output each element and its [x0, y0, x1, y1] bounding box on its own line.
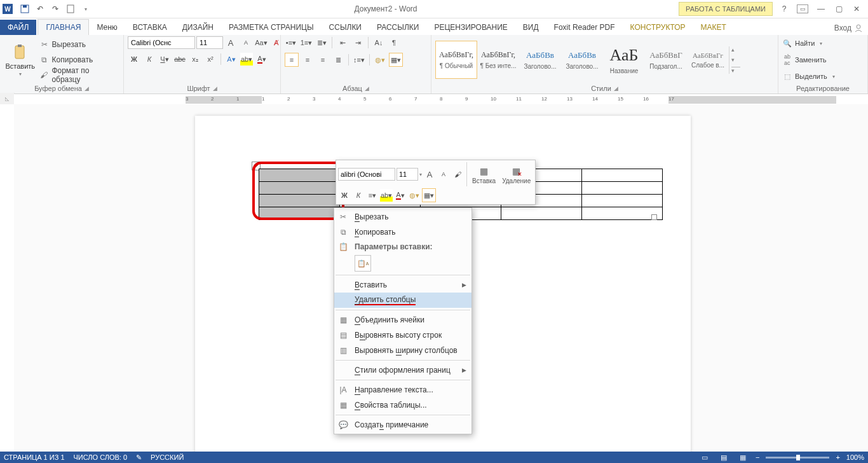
paste-keep-icon[interactable]: 📋A [355, 255, 371, 272]
ribbon-display-icon[interactable]: ▭ [797, 4, 808, 13]
sign-in[interactable]: Вход [829, 21, 868, 35]
redo-icon[interactable]: ↷ [48, 2, 62, 16]
tab-page-layout[interactable]: РАЗМЕТКА СТРАНИЦЫ [221, 20, 322, 35]
ctx-border-styles[interactable]: Стили оформления границ▶ [334, 363, 471, 378]
find-button[interactable]: 🔍Найти▾ [782, 36, 822, 50]
vertical-ruler[interactable] [0, 104, 15, 452]
bold-icon[interactable]: Ж [128, 53, 140, 66]
new-doc-icon[interactable] [64, 2, 78, 16]
mini-highlight-icon[interactable]: ab▾ [380, 189, 393, 202]
zoom-out-icon[interactable]: − [756, 453, 759, 461]
align-right-icon[interactable]: ≡ [316, 53, 329, 66]
tab-review[interactable]: РЕЦЕНЗИРОВАНИЕ [426, 20, 515, 35]
font-dialog-icon[interactable]: ◢ [213, 85, 217, 92]
select-button[interactable]: ⬚Выделить▾ [782, 69, 835, 83]
text-effects-icon[interactable]: A▾ [225, 53, 238, 66]
tab-foxit[interactable]: Foxit Reader PDF [546, 20, 623, 35]
status-page[interactable]: СТРАНИЦА 1 ИЗ 1 [4, 453, 65, 461]
status-proof-icon[interactable]: ✎ [136, 453, 142, 462]
strike-icon[interactable]: abc [173, 53, 186, 66]
align-center-icon[interactable]: ≡ [301, 53, 314, 66]
align-left-icon[interactable]: ≡ [285, 53, 299, 67]
tab-references[interactable]: ССЫЛКИ [322, 20, 369, 35]
highlight-icon[interactable]: ab▾ [240, 53, 253, 66]
replace-button[interactable]: abacЗаменить [782, 53, 826, 67]
ctx-delete-columns[interactable]: Удалить столбцы [334, 293, 471, 308]
show-marks-icon[interactable]: ¶ [388, 36, 400, 49]
mini-italic-icon[interactable]: К [352, 189, 365, 202]
font-name-combo[interactable] [128, 36, 195, 49]
mini-insert-button[interactable]: ▦Вставка [470, 165, 498, 184]
bullets-icon[interactable]: •≡▾ [285, 36, 297, 49]
tab-design[interactable]: ДИЗАЙН [175, 20, 221, 35]
status-words[interactable]: ЧИСЛО СЛОВ: 0 [74, 453, 128, 461]
ctx-cut[interactable]: ✂Вырезать [334, 209, 471, 225]
styles-dialog-icon[interactable]: ◢ [614, 85, 618, 92]
view-print-icon[interactable]: ▤ [717, 453, 730, 462]
underline-icon[interactable]: Ч▾ [158, 53, 171, 66]
undo-icon[interactable]: ↶ [33, 2, 47, 16]
minimize-icon[interactable]: ― [816, 4, 826, 13]
style-item[interactable]: АаБбВвГПодзагол... [645, 41, 687, 79]
view-web-icon[interactable]: ▦ [736, 453, 749, 462]
ctx-table-properties[interactable]: ▦Свойства таблицы... [334, 397, 471, 413]
style-item[interactable]: АаБбВвЗаголово... [561, 41, 603, 79]
tab-table-design[interactable]: КОНСТРУКТОР [623, 20, 693, 35]
ctx-copy[interactable]: ⧉Копировать [334, 225, 471, 240]
mini-delete-button[interactable]: ▦✕Удаление [499, 165, 533, 184]
ctx-text-direction[interactable]: |AНаправление текста... [334, 382, 471, 397]
style-item[interactable]: АаБбВвГг,¶ Без инте... [477, 41, 519, 79]
paragraph-dialog-icon[interactable]: ◢ [365, 85, 369, 92]
copy-button[interactable]: ⧉Копировать [39, 53, 119, 67]
tab-insert[interactable]: ВСТАВКА [125, 20, 175, 35]
clipboard-dialog-icon[interactable]: ◢ [85, 85, 89, 92]
qat-more-icon[interactable]: ▾ [79, 2, 93, 16]
mini-font-color-icon[interactable]: A▾ [394, 189, 407, 202]
save-icon[interactable] [18, 2, 32, 16]
mini-shrink-font-icon[interactable]: A [437, 168, 450, 181]
ctx-insert[interactable]: Вставить▶ [334, 277, 471, 293]
mini-bold-icon[interactable]: Ж [338, 189, 351, 202]
close-icon[interactable]: ✕ [851, 4, 862, 13]
shading-icon[interactable]: ◍▾ [374, 53, 386, 66]
grow-font-icon[interactable]: A [224, 36, 237, 49]
zoom-slider[interactable] [766, 457, 829, 459]
style-item[interactable]: АаБНазвание [603, 41, 645, 79]
mini-shading-icon[interactable]: ◍▾ [408, 189, 421, 202]
font-color-icon[interactable]: A▾ [255, 53, 268, 66]
tab-menu[interactable]: Меню [89, 20, 125, 35]
change-case-icon[interactable]: Aa▾ [255, 36, 268, 49]
multilevel-icon[interactable]: ≣▾ [315, 36, 328, 49]
dec-indent-icon[interactable]: ⇤ [336, 36, 349, 49]
mini-grow-font-icon[interactable]: A [423, 168, 436, 181]
mini-borders-icon[interactable]: ▦▾ [422, 188, 436, 202]
superscript-icon[interactable]: x² [204, 53, 217, 66]
table-resize-handle[interactable] [651, 214, 657, 220]
styles-more-icon[interactable]: ▴▾▾ [729, 46, 740, 74]
line-spacing-icon[interactable]: ↕≡▾ [353, 53, 365, 66]
mini-size-combo[interactable] [397, 168, 418, 181]
help-icon[interactable]: ? [779, 4, 789, 13]
style-item[interactable]: АаБбВвЗаголово... [519, 41, 561, 79]
font-size-combo[interactable] [196, 36, 223, 49]
style-item[interactable]: АаБбВвГгСлабое в... [687, 41, 729, 79]
ruler-corner[interactable]: ◺ [0, 93, 15, 105]
maximize-icon[interactable]: ▢ [834, 4, 844, 13]
paste-button[interactable]: Вставить ▾ [4, 43, 37, 77]
tab-file[interactable]: ФАЙЛ [0, 20, 36, 35]
style-item[interactable]: АаБбВвГг,¶ Обычный [435, 41, 477, 79]
tab-view[interactable]: ВИД [515, 20, 546, 35]
ctx-distribute-cols[interactable]: ▥Выровнять ширину столбцов [334, 343, 471, 358]
numbering-icon[interactable]: 1≡▾ [300, 36, 313, 49]
ctx-merge-cells[interactable]: ▦Объединить ячейки [334, 312, 471, 328]
shrink-font-icon[interactable]: A [240, 36, 252, 49]
zoom-in-icon[interactable]: + [836, 453, 839, 461]
tab-table-layout[interactable]: МАКЕТ [693, 20, 734, 35]
format-painter-button[interactable]: 🖌Формат по образцу [39, 68, 119, 82]
italic-icon[interactable]: К [143, 53, 156, 66]
subscript-icon[interactable]: x₂ [189, 53, 201, 66]
zoom-level[interactable]: 100% [846, 453, 864, 461]
ctx-new-comment[interactable]: 💬Создать примечание [334, 417, 471, 432]
justify-icon[interactable]: ≣ [332, 53, 344, 66]
tab-mailings[interactable]: РАССЫЛКИ [369, 20, 426, 35]
